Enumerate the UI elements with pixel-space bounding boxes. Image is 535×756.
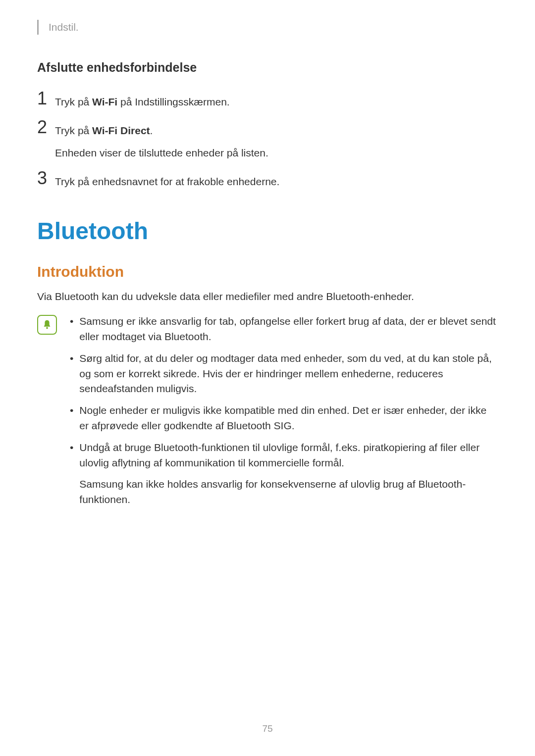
step-subtext: Enheden viser de tilsluttede enheder på … (55, 146, 268, 160)
section-title: Introduktion (37, 263, 498, 280)
step-bold: Wi-Fi Direct (92, 125, 150, 136)
bullet-icon: • (70, 314, 73, 344)
step-2: 2 Tryk på Wi-Fi Direct. Enheden viser de… (37, 118, 498, 160)
note-item: • Sørg altid for, at du deler og modtage… (70, 351, 498, 396)
note-icon-wrapper (37, 315, 59, 335)
step-3: 3 Tryk på enhedsnavnet for at frakoble e… (37, 169, 498, 189)
intro-text: Via Bluetooth kan du udveksle data eller… (37, 289, 498, 304)
step-suffix: . (150, 125, 153, 136)
step-number: 3 (37, 169, 55, 187)
note-block: • Samsung er ikke ansvarlig for tab, opf… (37, 314, 498, 514)
note-item: • Samsung er ikke ansvarlig for tab, opf… (70, 314, 498, 344)
page-header: Indstil. (37, 20, 498, 35)
notice-icon (37, 315, 57, 335)
step-number: 1 (37, 90, 55, 107)
page-number: 75 (0, 723, 535, 734)
subtitle: Afslutte enhedsforbindelse (37, 60, 498, 75)
step-suffix: på Indstillingsskærmen. (117, 96, 229, 107)
step-content: Tryk på enhedsnavnet for at frakoble enh… (55, 169, 279, 189)
main-title: Bluetooth (37, 217, 498, 245)
step-number: 2 (37, 118, 55, 136)
step-prefix: Tryk på (55, 96, 92, 107)
bullet-icon: • (70, 440, 73, 507)
step-bold: Wi-Fi (92, 96, 117, 107)
bell-icon (42, 319, 53, 330)
note-text: Undgå at bruge Bluetooth-funktionen til … (79, 440, 498, 470)
step-1: 1 Tryk på Wi-Fi på Indstillingsskærmen. (37, 90, 498, 109)
note-extra: Samsung kan ikke holdes ansvarlig for ko… (79, 477, 498, 507)
note-text: Sørg altid for, at du deler og modtager … (79, 351, 498, 396)
note-list: • Samsung er ikke ansvarlig for tab, opf… (70, 314, 498, 514)
note-item: • Nogle enheder er muligvis ikke kompati… (70, 403, 498, 433)
step-content: Tryk på Wi-Fi Direct. Enheden viser de t… (55, 118, 268, 160)
step-prefix: Tryk på (55, 125, 92, 136)
note-text: Nogle enheder er muligvis ikke kompatibl… (79, 403, 498, 433)
breadcrumb: Indstil. (49, 21, 79, 33)
svg-point-0 (46, 327, 48, 329)
step-prefix: Tryk på enhedsnavnet for at frakoble enh… (55, 176, 279, 187)
note-item: • Undgå at bruge Bluetooth-funktionen ti… (70, 440, 498, 507)
header-bar (37, 20, 39, 35)
bullet-icon: • (70, 351, 73, 396)
note-text: Samsung er ikke ansvarlig for tab, opfan… (79, 314, 498, 344)
step-content: Tryk på Wi-Fi på Indstillingsskærmen. (55, 90, 230, 109)
bullet-icon: • (70, 403, 73, 433)
note-item-content: Undgå at bruge Bluetooth-funktionen til … (79, 440, 498, 507)
